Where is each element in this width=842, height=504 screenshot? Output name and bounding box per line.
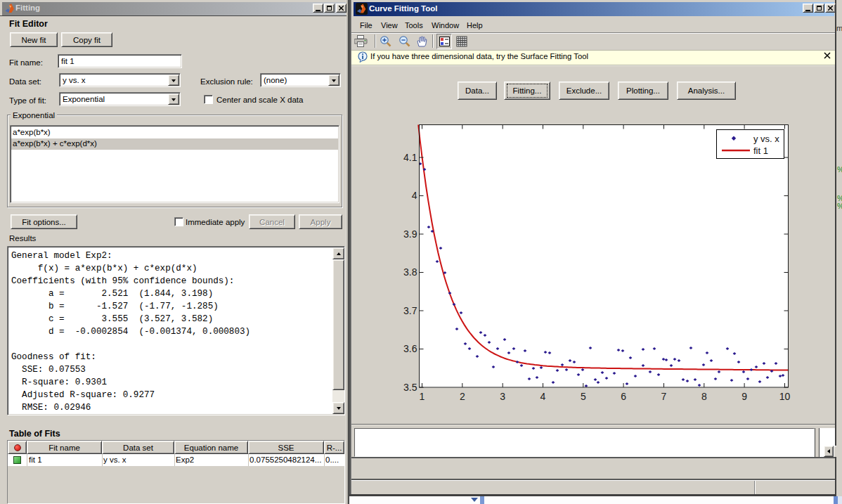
svg-text:9: 9 [741, 391, 747, 402]
svg-text:3.6: 3.6 [403, 343, 417, 354]
svg-text:4: 4 [412, 190, 417, 201]
svg-text:8: 8 [701, 391, 707, 402]
svg-text:3.8: 3.8 [403, 266, 417, 278]
svg-text:6: 6 [621, 391, 626, 402]
svg-text:5: 5 [581, 391, 586, 402]
svg-text:10: 10 [779, 391, 791, 402]
svg-text:7: 7 [661, 391, 667, 402]
svg-text:3.7: 3.7 [403, 305, 417, 316]
svg-text:y vs. x: y vs. x [753, 134, 779, 144]
svg-text:4: 4 [540, 391, 546, 402]
svg-text:2: 2 [460, 391, 465, 402]
svg-text:fit 1: fit 1 [753, 146, 768, 156]
svg-text:4.1: 4.1 [403, 152, 417, 163]
svg-text:1: 1 [420, 391, 425, 402]
svg-text:3.5: 3.5 [403, 382, 417, 393]
svg-text:3: 3 [500, 391, 505, 402]
svg-text:3.9: 3.9 [403, 228, 417, 240]
